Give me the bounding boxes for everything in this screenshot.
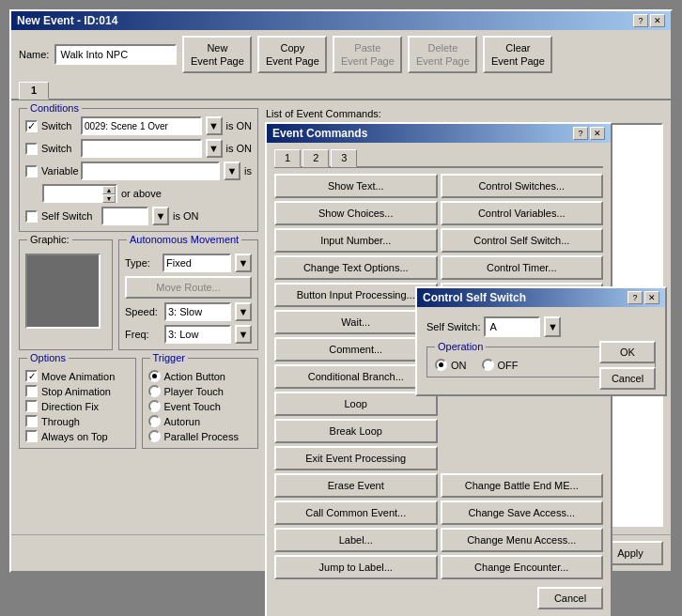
spin-up[interactable]: ▲ (102, 186, 116, 194)
variable-checkbox[interactable] (25, 165, 38, 177)
operation-title: Operation (435, 341, 486, 352)
event-commands-close[interactable]: ✕ (590, 127, 605, 140)
css-help-button[interactable]: ? (628, 291, 643, 304)
self-switch-checkbox[interactable] (25, 210, 38, 223)
cmd-control-variables[interactable]: Control Variables... (441, 201, 604, 225)
event-commands-title: Event Commands (272, 127, 367, 140)
freq-arrow[interactable]: ▼ (235, 325, 252, 344)
options-title: Options (27, 352, 69, 363)
css-title-bar: Control Self Switch ? ✕ (417, 288, 665, 307)
cmd-wait[interactable]: Wait... (274, 310, 438, 334)
cmd-change-save-access[interactable]: Change Save Access... (441, 500, 604, 525)
new-event-page-button[interactable]: New Event Page (182, 36, 252, 73)
tab-1[interactable]: 1 (19, 82, 49, 100)
copy-event-page-button[interactable]: Copy Event Page (257, 36, 327, 73)
cmd-loop[interactable]: Loop (274, 392, 438, 416)
cmd-erase-event[interactable]: Erase Event (274, 473, 438, 498)
list-header: List of Event Commands: (266, 108, 663, 119)
variable-label: Variable (41, 165, 77, 177)
type-arrow[interactable]: ▼ (235, 254, 252, 272)
cmd-change-menu-access[interactable]: Change Menu Access... (441, 528, 604, 552)
trigger-player-touch-radio[interactable] (148, 385, 161, 397)
trigger-autorun-radio[interactable] (148, 415, 161, 427)
cmd-show-choices[interactable]: Show Choices... (274, 201, 438, 225)
cmd-show-text[interactable]: Show Text... (274, 174, 438, 198)
trigger-event-touch-radio[interactable] (148, 400, 161, 412)
option-through-checkbox[interactable] (25, 415, 38, 427)
switch1-label: Switch (41, 120, 77, 131)
op-off-radio[interactable] (482, 359, 494, 371)
control-self-switch-dialog: Control Self Switch ? ✕ Self Switch: A ▼… (415, 286, 667, 396)
trigger-event-touch-label: Event Touch (164, 401, 221, 412)
type-label: Type: (125, 257, 159, 269)
paste-event-page-button[interactable]: Paste Event Page (333, 36, 402, 73)
option-move-animation-label: Move Animation (41, 371, 115, 382)
cmd-call-common-event[interactable]: Call Common Event... (274, 500, 438, 525)
switch2-state: is ON (226, 143, 253, 154)
trigger-player-touch-label: Player Touch (164, 386, 224, 397)
css-self-switch-label: Self Switch: (426, 321, 480, 332)
option-stop-animation-checkbox[interactable] (25, 385, 38, 397)
freq-label: Freq: (125, 329, 161, 340)
cmd-tab-2[interactable]: 2 (302, 149, 329, 167)
switch2-arrow[interactable]: ▼ (206, 139, 223, 158)
cmd-button-input-processing[interactable]: Button Input Processing... (274, 283, 438, 307)
op-on-label: ON (451, 360, 467, 371)
spin-down[interactable]: ▼ (102, 194, 116, 203)
event-commands-help[interactable]: ? (573, 127, 588, 140)
css-cancel-button[interactable]: Cancel (599, 367, 656, 390)
cmd-break-loop[interactable]: Break Loop (274, 419, 438, 443)
css-close-button[interactable]: ✕ (644, 291, 659, 304)
help-button[interactable]: ? (633, 14, 648, 27)
event-commands-title-bar: Event Commands ? ✕ (267, 124, 611, 143)
trigger-action-button-label: Action Button (164, 371, 225, 382)
cmd-conditional-branch[interactable]: Conditional Branch... (274, 364, 438, 389)
graphic-box[interactable] (25, 254, 101, 329)
cmd-change-battle-end-me[interactable]: Change Battle End ME... (441, 473, 604, 498)
css-self-switch-value: A (489, 321, 535, 332)
clear-event-page-button[interactable]: Clear Event Page (483, 36, 552, 73)
trigger-action-button-radio[interactable] (148, 370, 161, 382)
cmd-comment[interactable]: Comment... (274, 337, 438, 362)
cmd-jump-to-label[interactable]: Jump to Label... (274, 555, 438, 579)
cmd-change-encounter[interactable]: Change Encounter... (441, 555, 604, 579)
cmd-change-text-options[interactable]: Change Text Options... (274, 255, 438, 280)
option-direction-fix-label: Direction Fix (41, 401, 99, 412)
conditions-title: Conditions (27, 102, 82, 114)
name-label: Name: (19, 49, 49, 60)
option-through-label: Through (41, 416, 80, 427)
switch1-value: 0029: Scene 1 Over (85, 121, 198, 131)
cmd-tab-1[interactable]: 1 (274, 149, 301, 167)
switch1-checkbox[interactable]: ✓ (25, 120, 38, 132)
switch2-checkbox[interactable] (25, 143, 38, 155)
css-ok-button[interactable]: OK (599, 341, 656, 363)
switch1-arrow[interactable]: ▼ (206, 116, 223, 135)
css-dropdown-arrow[interactable]: ▼ (544, 316, 561, 337)
close-button[interactable]: ✕ (650, 14, 665, 27)
cmd-control-timer[interactable]: Control Timer... (441, 255, 604, 280)
cmd-tab-3[interactable]: 3 (331, 149, 357, 167)
cmd-input-number[interactable]: Input Number... (274, 228, 438, 253)
cmd-control-switches[interactable]: Control Switches... (441, 174, 604, 198)
graphic-title: Graphic: (27, 234, 72, 245)
freq-value: 3: Low (168, 329, 227, 340)
trigger-parallel-process-radio[interactable] (148, 430, 161, 442)
move-route-button[interactable]: Move Route... (125, 276, 252, 299)
self-switch-label: Self Switch (41, 210, 98, 222)
switch2-label: Switch (41, 143, 77, 154)
variable-arrow[interactable]: ▼ (224, 162, 240, 180)
cmd-control-self-switch[interactable]: Control Self Switch... (441, 228, 604, 253)
self-switch-arrow[interactable]: ▼ (152, 207, 169, 225)
op-on-radio[interactable] (435, 359, 447, 371)
option-direction-fix-checkbox[interactable] (25, 400, 38, 412)
cmd-exit-event-processing[interactable]: Exit Event Processing (274, 446, 438, 470)
speed-arrow[interactable]: ▼ (235, 302, 252, 321)
variable-state: is (244, 165, 252, 177)
option-always-on-top-checkbox[interactable] (25, 430, 38, 442)
delete-event-page-button[interactable]: Delete Event Page (408, 36, 477, 73)
event-commands-cancel-button[interactable]: Cancel (537, 587, 603, 609)
option-move-animation-checkbox[interactable]: ✓ (25, 370, 38, 382)
name-input[interactable] (54, 44, 177, 65)
type-value: Fixed (166, 257, 227, 269)
cmd-label[interactable]: Label... (274, 528, 438, 552)
